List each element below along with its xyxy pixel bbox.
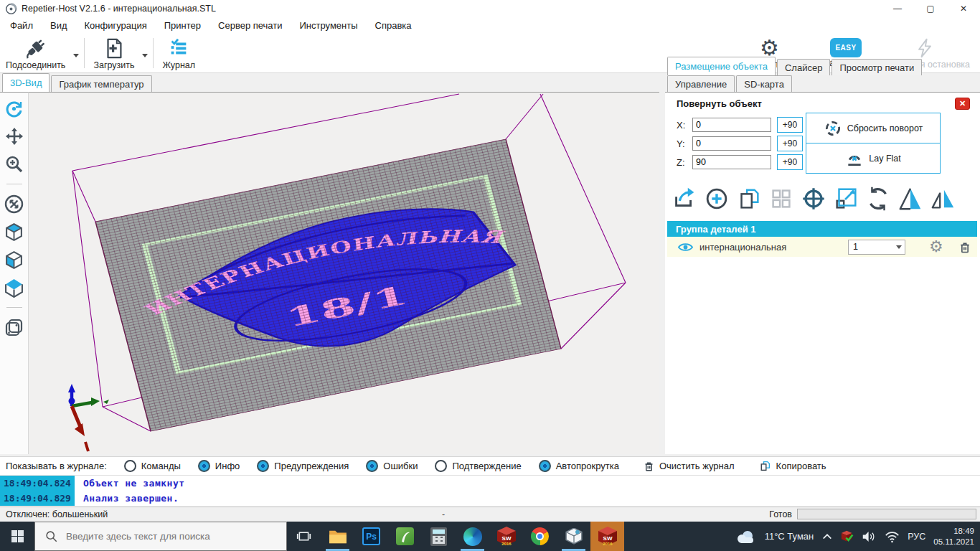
layers-icon (4, 318, 24, 337)
menu-view[interactable]: Вид (42, 17, 76, 34)
rotate-view-button[interactable] (4, 98, 24, 118)
rotate-x-plus90-button[interactable]: +90 (777, 117, 803, 133)
clock[interactable]: 18:49 05.11.2021 (933, 526, 974, 547)
object-group-header[interactable]: Группа деталей 1 (667, 221, 977, 237)
window-title: Repetier-Host V2.1.6 - интернациональная… (22, 4, 216, 14)
tab-print-preview[interactable]: Просмотр печати (831, 59, 922, 75)
scale-object-button[interactable] (832, 184, 859, 213)
close-button[interactable]: ✕ (947, 0, 980, 17)
weather-text[interactable]: 11°C Туман (765, 531, 814, 542)
viewport-3d[interactable]: ИНТЕРНАЦИОНАЛЬНАЯ 18/1 (29, 92, 659, 454)
taskbar-coreldraw[interactable] (388, 522, 422, 551)
tab-object-placement[interactable]: Размещение объекта (667, 57, 776, 75)
tray-expand-chevron-icon[interactable] (821, 532, 833, 542)
mirror-object-button[interactable] (929, 184, 956, 213)
log-timestamp: 18:49:04.829 (0, 491, 75, 506)
zoom-view-button[interactable] (4, 154, 24, 174)
task-view-button[interactable] (287, 522, 321, 551)
move-view-button[interactable] (4, 126, 24, 146)
language-indicator[interactable]: РУС (908, 532, 925, 542)
minimize-button[interactable]: — (881, 0, 914, 17)
show-edges-button[interactable] (4, 317, 24, 337)
isometric-view-button[interactable] (4, 222, 24, 242)
lay-flat-icon (845, 149, 864, 168)
rotate-z-plus90-button[interactable]: +90 (777, 154, 803, 170)
rotate-y-row: Y: +90 (677, 136, 803, 151)
connect-dropdown[interactable] (71, 39, 81, 67)
center-object-button[interactable] (800, 184, 827, 213)
taskbar-search[interactable] (34, 522, 287, 551)
rotate-x-row: X: +90 (677, 117, 803, 133)
tab-temperature-graph[interactable]: График температур (51, 75, 151, 92)
view-tool-strip (0, 92, 29, 454)
easy-badge: EASY (830, 38, 862, 57)
menu-config[interactable]: Конфигурация (76, 17, 156, 34)
log-filter-label: Показывать в журнале: (6, 461, 107, 471)
close-rotate-panel-button[interactable]: ✕ (955, 98, 970, 110)
cut-object-button[interactable] (897, 184, 924, 213)
taskbar-edge[interactable] (456, 522, 489, 551)
rotate-y-input[interactable] (692, 136, 771, 151)
log-toggle-ack[interactable]: Подтверждение (435, 460, 521, 472)
menu-printer[interactable]: Принтер (156, 17, 209, 34)
load-button[interactable]: Загрузить (88, 35, 140, 72)
maximize-button[interactable]: ▢ (914, 0, 947, 17)
menu-help[interactable]: Справка (367, 17, 420, 34)
taskbar-repetier[interactable] (557, 522, 590, 551)
start-button[interactable] (0, 522, 34, 551)
front-view-button[interactable] (4, 250, 24, 270)
copy-object-button[interactable] (735, 184, 763, 213)
taskbar-file-explorer[interactable] (321, 522, 354, 551)
log-toggle-button[interactable]: Журнал (156, 35, 201, 72)
menu-print-server[interactable]: Сервер печати (209, 17, 291, 34)
rotate-x-input[interactable] (692, 118, 771, 132)
tab-manual-control[interactable]: Управление (667, 75, 735, 92)
object-list-row[interactable]: интернациональная 1 ⚙ (667, 237, 977, 257)
menu-tools[interactable]: Инструменты (291, 17, 367, 34)
log-entry: 18:49:04.824 Объект не замкнут (0, 476, 980, 491)
taskbar-solidworks[interactable]: SW 2016 (489, 522, 523, 551)
taskbar-photoshop[interactable]: Ps (354, 522, 388, 551)
fit-view-button[interactable] (4, 194, 24, 214)
log-toggle-info[interactable]: Инфо (198, 460, 240, 472)
log-toggle-errors[interactable]: Ошибки (366, 460, 418, 472)
y-axis-label: Y: (677, 138, 692, 149)
taskbar-calculator[interactable] (422, 522, 456, 551)
rotate-object-button[interactable] (864, 184, 892, 213)
search-input[interactable] (65, 530, 268, 542)
object-placement-panel: Повернуть объект ✕ X: +90 Y: +90 Z: +90 … (665, 92, 980, 454)
delete-object-trash-icon[interactable] (958, 239, 972, 255)
log-output[interactable]: 18:49:04.824 Объект не замкнут 18:49:04.… (0, 476, 980, 507)
top-view-button[interactable] (4, 278, 24, 298)
rotate-z-input[interactable] (692, 155, 771, 169)
tab-slicer[interactable]: Слайсер (777, 59, 830, 75)
z-axis-label: Z: (677, 157, 692, 168)
export-icon (671, 185, 698, 212)
log-toggle-autoscroll[interactable]: Автопрокрутка (539, 460, 619, 472)
lay-flat-button[interactable]: Lay Flat (806, 143, 941, 174)
object-count-combo[interactable]: 1 (848, 240, 905, 255)
tab-3d-view[interactable]: 3D-Вид (2, 73, 50, 92)
solidworks-tray-icon[interactable] (841, 530, 854, 543)
log-toggle-warnings[interactable]: Предупреждения (257, 460, 349, 472)
export-object-button[interactable] (671, 184, 698, 213)
add-object-button[interactable] (703, 184, 730, 213)
object-settings-gear-icon[interactable]: ⚙ (929, 239, 943, 255)
radio-icon (366, 460, 378, 472)
radio-icon (257, 460, 269, 472)
volume-icon[interactable] (862, 530, 877, 543)
log-toggle-commands[interactable]: Команды (124, 460, 181, 472)
rotate-y-plus90-button[interactable]: +90 (777, 136, 803, 151)
reset-rotation-button[interactable]: Сбросить поворот (806, 113, 941, 143)
tab-sd-card[interactable]: SD-карта (736, 75, 792, 92)
wifi-icon[interactable] (885, 530, 900, 543)
menu-file[interactable]: Файл (1, 17, 42, 34)
clear-log-button[interactable]: Очистить журнал (644, 460, 735, 472)
connect-button[interactable]: Подсоединить (0, 35, 71, 72)
copy-log-button[interactable]: Копировать (759, 460, 826, 472)
taskbar-solidworks-active[interactable]: SW 2016 (590, 522, 624, 551)
visibility-eye-icon[interactable] (677, 239, 694, 255)
object-toolbar (671, 184, 956, 213)
taskbar-chrome[interactable] (523, 522, 557, 551)
load-dropdown[interactable] (140, 39, 150, 67)
